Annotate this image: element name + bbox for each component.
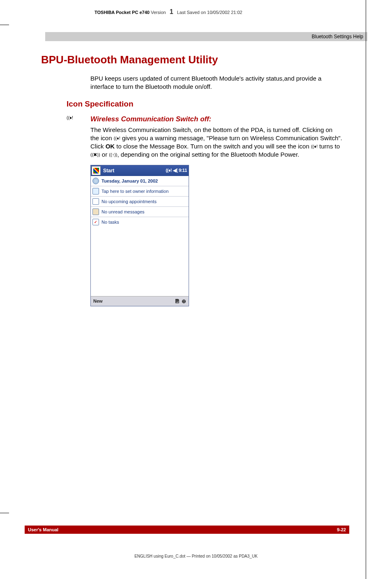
tray-icon[interactable]: ⊕ <box>182 298 186 304</box>
status-area: ((♦! ◀ξ 9:11 <box>166 168 189 173</box>
subsection-heading: Wireless Communication Switch off: <box>90 115 211 123</box>
appointments-row[interactable]: No upcoming appointments <box>91 197 189 207</box>
crop-mark <box>0 513 9 513</box>
pda-command-bar: New 🖹⊕ <box>91 296 189 306</box>
bluetooth-status-icon[interactable]: ((♦! ◀ξ <box>166 168 178 173</box>
last-saved: Last Saved on 10/05/2002 21:02 <box>177 10 242 15</box>
clock-time[interactable]: 9:11 <box>179 168 187 173</box>
tasks-row[interactable]: ✓ No tasks <box>91 217 189 227</box>
clock-icon <box>92 178 99 184</box>
footer-bar: User's Manual 9-22 <box>25 526 349 534</box>
ok-label: OK <box>106 143 115 150</box>
footer-left: User's Manual <box>28 526 58 534</box>
text-fragment: or <box>100 151 109 158</box>
footer-right: 9-22 <box>337 526 346 534</box>
owner-info-text: Tap here to set owner information <box>101 189 168 194</box>
page-title: BPU-Bluetooth Management Utility <box>41 53 367 66</box>
messages-row[interactable]: No unread messages <box>91 207 189 217</box>
product-name: TOSHIBA Pocket PC e740 <box>95 10 150 15</box>
tasks-text: No tasks <box>101 220 119 225</box>
version-number: 1 <box>170 8 173 15</box>
crop-mark-vertical <box>366 0 366 579</box>
crop-mark <box>0 25 9 25</box>
text-fragment: , depending on the original setting for … <box>118 151 300 158</box>
document-header: TOSHIBA Pocket PC e740 Version 1 Last Sa… <box>95 8 367 16</box>
page-content: TOSHIBA Pocket PC e740 Version 1 Last Sa… <box>0 0 392 306</box>
section-heading: Icon Specification <box>67 100 367 109</box>
pda-today-body: mobile Microsoft Tuesday, January 01, 20… <box>91 176 189 296</box>
bluetooth-off-icon: ((♦! <box>114 136 120 141</box>
owner-card-icon <box>92 188 99 195</box>
owner-info-row[interactable]: Tap here to set owner information <box>91 186 189 197</box>
bluetooth-x-icon: ((✖)) <box>90 152 100 157</box>
body-paragraph: The Wireless Communication Switch, on th… <box>90 126 343 159</box>
today-date-row[interactable]: Tuesday, January 01, 2002 <box>91 176 189 186</box>
bluetooth-on-icon: ((↑)) <box>109 152 117 157</box>
intro-paragraph: BPU keeps users updated of current Bluet… <box>90 74 343 91</box>
tasks-icon: ✓ <box>92 219 99 225</box>
pda-screenshot: Start ((♦! ◀ξ 9:11 mobile Microsoft Tues… <box>90 165 189 306</box>
text-fragment: to close the Message Box. Turn on the sw… <box>115 143 311 150</box>
tray-icons: 🖹⊕ <box>173 298 186 304</box>
text-fragment: turns to <box>318 143 340 150</box>
messages-text: No unread messages <box>101 209 145 214</box>
today-date: Tuesday, January 01, 2002 <box>101 178 158 183</box>
subsection-row: ((♦! Wireless Communication Switch off: <box>67 115 367 123</box>
calendar-icon <box>92 198 99 205</box>
pda-title-bar: Start ((♦! ◀ξ 9:11 <box>91 165 189 176</box>
envelope-icon <box>92 208 99 215</box>
print-footer: ENGLISH using Euro_C.dot — Printed on 10… <box>0 554 392 558</box>
appointments-text: No upcoming appointments <box>101 199 157 204</box>
new-button[interactable]: New <box>93 299 103 303</box>
section-bar: Bluetooth Settings Help <box>45 32 367 41</box>
windows-flag-icon[interactable] <box>92 166 101 175</box>
start-label[interactable]: Start <box>101 168 166 174</box>
tray-icon[interactable]: 🖹 <box>175 298 180 304</box>
version-label: Version <box>151 10 166 15</box>
bluetooth-off-icon: ((♦! <box>67 115 75 120</box>
bluetooth-off-icon: ((♦! <box>311 144 318 149</box>
